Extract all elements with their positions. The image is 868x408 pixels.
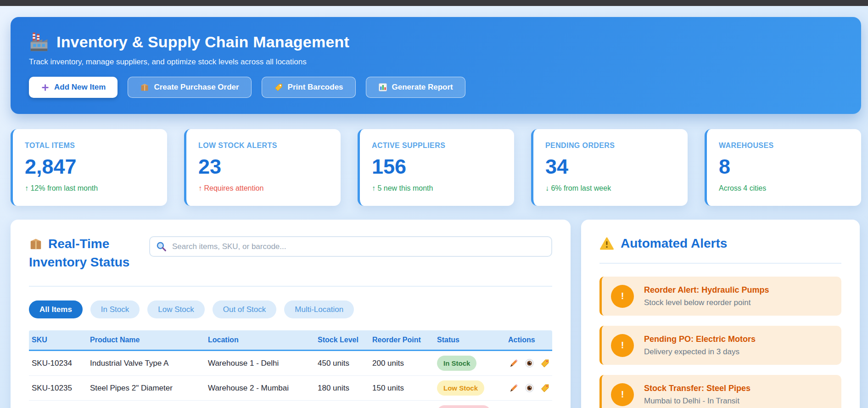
filter-low-stock[interactable]: Low Stock <box>147 300 204 318</box>
inventory-panel-title-text: Real-Time Inventory Status <box>29 237 129 269</box>
stat-value: 23 <box>198 155 329 179</box>
stat-value: 8 <box>719 155 849 179</box>
print-barcodes-button[interactable]: Print Barcodes <box>262 77 356 98</box>
status-badge: Out of Stock <box>437 405 491 408</box>
filter-in-stock[interactable]: In Stock <box>90 300 140 318</box>
stat-label: ACTIVE SUPPLIERS <box>372 142 502 150</box>
alert-item[interactable]: ! Stock Transfer: Steel Pipes Mumbai to … <box>599 375 841 408</box>
button-label: Generate Report <box>392 83 453 92</box>
view-button[interactable] <box>524 382 535 394</box>
row-actions <box>505 357 552 369</box>
button-label: Create Purchase Order <box>154 83 239 92</box>
alert-exclamation-icon: ! <box>611 285 634 308</box>
filter-out-of-stock[interactable]: Out of Stock <box>213 300 277 318</box>
cell-stock: 450 units <box>315 359 370 368</box>
table-row: SKU-10234 Industrial Valve Type A Wareho… <box>29 351 552 376</box>
column-header-location: Location <box>205 336 315 344</box>
column-header-status: Status <box>434 336 505 344</box>
eye-icon <box>525 363 534 369</box>
stat-value: 34 <box>545 155 676 179</box>
stat-card-total-items: TOTAL ITEMS 2,847 ↑ 12% from last month <box>11 129 167 206</box>
filter-multi-location[interactable]: Multi-Location <box>284 300 354 318</box>
page-title: Inventory & Supply Chain Management <box>56 33 349 51</box>
search-input[interactable] <box>149 236 552 257</box>
stat-label: WAREHOUSES <box>719 142 849 150</box>
stat-card-low-stock-alerts: LOW STOCK ALERTS 23 ↑ Requires attention <box>184 129 341 206</box>
edit-button[interactable] <box>508 357 520 369</box>
package-icon <box>140 83 149 92</box>
alert-title: Reorder Alert: Hydraulic Pumps <box>644 285 769 295</box>
edit-button[interactable] <box>508 382 520 394</box>
stat-note: ↑ 12% from last month <box>25 184 155 193</box>
stat-note: ↑ 5 new this month <box>372 184 502 193</box>
column-header-product-name: Product Name <box>87 336 205 344</box>
stat-label: LOW STOCK ALERTS <box>198 142 329 150</box>
factory-icon <box>29 32 49 52</box>
stat-note: ↑ Requires attention <box>198 184 329 193</box>
table-row: SKU-10236 Hydraulic Pumps Model X Wareho… <box>29 401 552 408</box>
inventory-panel: Real-Time Inventory Status All Items In … <box>11 220 571 408</box>
stat-label: TOTAL ITEMS <box>25 142 155 150</box>
create-purchase-order-button[interactable]: Create Purchase Order <box>128 77 251 98</box>
generate-report-button[interactable]: Generate Report <box>366 77 465 98</box>
column-header-stock-level: Stock Level <box>315 336 370 344</box>
inventory-filters: All Items In Stock Low Stock Out of Stoc… <box>29 300 552 318</box>
tag-icon <box>540 363 550 369</box>
row-actions <box>505 382 552 394</box>
cell-location: Warehouse 2 - Mumbai <box>205 384 315 393</box>
cell-reorder: 200 units <box>370 359 434 368</box>
column-header-sku: SKU <box>29 336 87 344</box>
alert-exclamation-icon: ! <box>611 334 634 357</box>
stat-card-pending-orders: PENDING ORDERS 34 ↓ 6% from last week <box>531 129 688 206</box>
view-button[interactable] <box>524 357 535 369</box>
cell-reorder: 150 units <box>370 384 434 393</box>
alert-description: Stock level below reorder point <box>644 298 769 307</box>
window-top-bar <box>0 0 868 6</box>
stat-label: PENDING ORDERS <box>545 142 676 150</box>
status-badge: Low Stock <box>437 380 484 396</box>
alert-item[interactable]: ! Reorder Alert: Hydraulic Pumps Stock l… <box>599 277 841 316</box>
stat-note: ↓ 6% from last week <box>545 184 676 193</box>
cell-product: Industrial Valve Type A <box>87 359 205 368</box>
plus-icon <box>41 83 50 92</box>
stat-note: Across 4 cities <box>719 184 849 193</box>
eye-icon <box>525 387 534 394</box>
cell-location: Warehouse 1 - Delhi <box>205 359 315 368</box>
alert-description: Mumbai to Delhi - In Transit <box>644 397 750 406</box>
status-badge: In Stock <box>437 356 476 371</box>
column-header-actions: Actions <box>505 336 552 344</box>
stat-value: 2,847 <box>25 155 155 179</box>
bar-chart-icon <box>378 83 387 92</box>
header-banner: Inventory & Supply Chain Management Trac… <box>11 17 861 114</box>
alert-description: Delivery expected in 3 days <box>644 347 756 357</box>
tag-button[interactable] <box>539 357 551 369</box>
stat-card-active-suppliers: ACTIVE SUPPLIERS 156 ↑ 5 new this month <box>358 129 514 206</box>
tag-icon <box>274 83 283 92</box>
alerts-panel-title: Automated Alerts <box>621 236 727 251</box>
tag-icon <box>540 387 550 394</box>
edit-icon <box>509 363 519 369</box>
inventory-panel-title: Real-Time Inventory Status <box>29 236 144 270</box>
table-header-row: SKU Product Name Location Stock Level Re… <box>29 330 552 351</box>
package-icon <box>29 237 43 255</box>
warning-icon <box>599 237 614 250</box>
cell-sku: SKU-10234 <box>29 359 87 368</box>
panel-divider <box>599 263 841 264</box>
button-label: Add New Item <box>54 83 106 92</box>
button-label: Print Barcodes <box>288 83 343 92</box>
stat-card-warehouses: WAREHOUSES 8 Across 4 cities <box>705 129 861 206</box>
edit-icon <box>509 387 519 394</box>
cell-product: Steel Pipes 2" Diameter <box>87 384 205 393</box>
inventory-search <box>149 236 552 257</box>
alert-item[interactable]: ! Pending PO: Electric Motors Delivery e… <box>599 326 841 365</box>
table-row: SKU-10235 Steel Pipes 2" Diameter Wareho… <box>29 376 552 401</box>
add-new-item-button[interactable]: Add New Item <box>29 77 118 98</box>
alert-exclamation-icon: ! <box>611 383 634 406</box>
filter-all-items[interactable]: All Items <box>29 300 83 318</box>
cell-sku: SKU-10235 <box>29 384 87 393</box>
stat-value: 156 <box>372 155 502 179</box>
search-icon <box>156 241 167 254</box>
alert-title: Pending PO: Electric Motors <box>644 334 756 344</box>
stats-row: TOTAL ITEMS 2,847 ↑ 12% from last month … <box>11 129 861 206</box>
tag-button[interactable] <box>539 382 551 394</box>
